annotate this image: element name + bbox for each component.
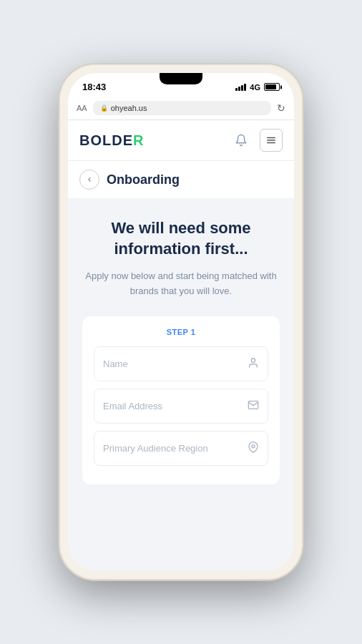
region-field[interactable]: Primary Audience Region	[94, 431, 268, 466]
app-header: BOLDER	[68, 120, 294, 161]
email-icon	[248, 399, 259, 413]
svg-point-3	[251, 358, 255, 362]
step-label: STEP 1	[94, 328, 268, 336]
header-actions	[230, 129, 283, 152]
status-icons: 4G	[235, 83, 280, 92]
notification-bell-button[interactable]	[230, 129, 253, 152]
browser-url-text: ohyeah.us	[111, 104, 147, 112]
page-title: Onboarding	[107, 172, 180, 187]
phone-screen: 18:43 4G AA 🔒 ohyeah.us ↻	[68, 73, 294, 571]
lock-icon: 🔒	[100, 104, 108, 112]
reload-icon[interactable]: ↻	[277, 102, 285, 114]
notch	[160, 73, 202, 84]
logo-text: BOLD	[79, 132, 123, 149]
name-placeholder: Name	[103, 358, 128, 369]
hamburger-menu-button[interactable]	[260, 129, 283, 152]
hero-subtitle: Apply now below and start being matched …	[79, 269, 283, 299]
page-header: Onboarding	[68, 161, 294, 198]
back-button[interactable]	[79, 170, 99, 190]
email-placeholder: Email Address	[103, 401, 162, 411]
email-field[interactable]: Email Address	[94, 389, 268, 424]
logo-r: R	[133, 132, 144, 149]
battery-fill	[265, 84, 276, 89]
form-card: STEP 1 Name Email Address	[82, 316, 280, 484]
region-placeholder: Primary Audience Region	[103, 443, 208, 454]
network-label: 4G	[250, 83, 260, 92]
person-icon	[248, 357, 259, 371]
hero-title: We will need some information first...	[79, 218, 283, 259]
main-section: We will need some information first... A…	[68, 204, 294, 499]
phone-frame: 18:43 4G AA 🔒 ohyeah.us ↻	[59, 64, 303, 580]
app-content: BOLDER	[68, 120, 294, 571]
app-logo: BOLDER	[79, 132, 144, 149]
status-time: 18:43	[82, 82, 106, 92]
browser-url-bar[interactable]: 🔒 ohyeah.us	[93, 101, 271, 115]
name-field[interactable]: Name	[94, 346, 268, 381]
browser-aa-label[interactable]: AA	[77, 104, 87, 112]
battery-icon	[264, 83, 280, 91]
location-icon	[248, 441, 259, 455]
signal-bars-icon	[235, 84, 246, 91]
logo-e: E	[123, 132, 133, 149]
browser-bar: AA 🔒 ohyeah.us ↻	[68, 97, 294, 120]
svg-point-4	[252, 444, 255, 447]
